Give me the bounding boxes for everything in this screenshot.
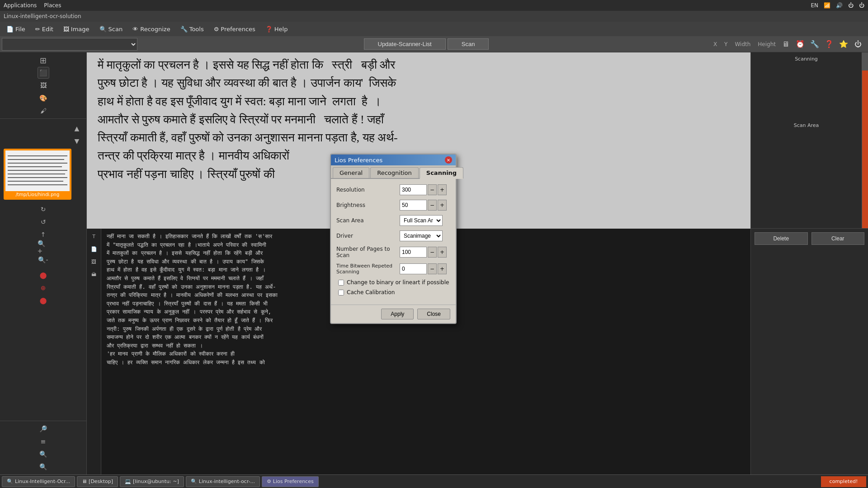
zoom-out-btn[interactable]: 🔍 xyxy=(38,448,49,460)
time-between-label: Time Bitween Repeted Scanning xyxy=(336,263,400,275)
scanner-bar: Update-Scanner-List Scan X Y Width Heigh… xyxy=(0,36,868,52)
height-label: Height xyxy=(758,41,776,47)
text-icon[interactable]: T xyxy=(88,230,100,242)
zoom-out-btn2[interactable]: 🔍- xyxy=(38,254,49,266)
red-tool1[interactable]: ⬤ xyxy=(38,269,49,281)
arrow-down[interactable]: ▼ xyxy=(71,135,83,147)
num-pages-input[interactable] xyxy=(400,247,427,258)
time-between-plus[interactable]: + xyxy=(438,263,447,274)
menu-bar: 📄 File ✏️ Edit 🖼 Image 🔍 Scan 👁 Recogniz… xyxy=(0,22,868,36)
binary-checkbox[interactable] xyxy=(338,280,344,286)
help2-icon[interactable]: ❓ xyxy=(823,38,835,51)
taskbar-item-lios[interactable]: 🔍 Linux-Intelligent-Ocr... xyxy=(2,476,75,487)
landscape-icon[interactable]: 🏔 xyxy=(88,268,100,280)
preferences-dialog: Lios Preferences ✕ General Recognition S… xyxy=(330,154,457,324)
zoom-fit-btn[interactable]: 🔍 xyxy=(38,461,49,473)
apply-button[interactable]: Apply xyxy=(381,309,414,319)
num-pages-minus[interactable]: − xyxy=(428,247,437,258)
num-pages-plus[interactable]: + xyxy=(438,247,447,258)
brightness-input[interactable] xyxy=(400,200,427,211)
menu-edit[interactable]: ✏️ Edit xyxy=(31,24,58,34)
resolution-minus[interactable]: − xyxy=(428,184,437,195)
menu-tools[interactable]: 🔧 Tools xyxy=(176,24,208,34)
time-between-input[interactable] xyxy=(400,263,427,274)
color-button[interactable]: 🎨 xyxy=(38,92,49,104)
power2-icon[interactable]: ⏻ xyxy=(852,38,864,51)
brush-button[interactable]: 🖌 xyxy=(38,105,49,117)
places-menu[interactable]: Places xyxy=(44,2,61,9)
rotate-right-btn[interactable]: ↻ xyxy=(38,203,49,215)
monitor-icon[interactable]: 🖥 xyxy=(779,38,792,51)
menu-recognize[interactable]: 👁 Recognize xyxy=(128,24,175,34)
ocr-line-16: चाहिए । हर व्यक्ति समान नागरिक अधिकार ले… xyxy=(107,358,745,367)
menu-scan[interactable]: 🔍 Scan xyxy=(95,24,127,34)
right-panel: Scanning Scan Area Delete Clear xyxy=(750,52,868,474)
scan-button-top[interactable]: Scan xyxy=(448,38,489,50)
red-tool2[interactable]: ⊕ xyxy=(38,282,49,294)
zoom-in-btn2[interactable]: 🔍+ xyxy=(38,241,49,253)
resolution-label: Resolution xyxy=(336,187,400,193)
scan-area-label: Scan Area xyxy=(336,217,400,224)
arrow-up[interactable]: ▲ xyxy=(71,122,83,134)
prefs-taskbar-icon: ⚙ xyxy=(267,479,271,484)
taskbar-item-lios2[interactable]: 🔍 Linux-intelligent-ocr-... xyxy=(186,476,260,487)
scanner-dropdown[interactable] xyxy=(2,38,137,51)
photo-icon[interactable]: 🖼 xyxy=(88,256,100,267)
ocr-button[interactable]: ⊞ xyxy=(38,54,49,66)
taskbar-item-desktop[interactable]: 🖥 [Desktop] xyxy=(77,476,118,487)
cache-checkbox[interactable] xyxy=(338,290,344,296)
clear-button[interactable]: Clear xyxy=(811,232,865,245)
brightness-control: − + xyxy=(400,200,450,211)
close-dialog-button[interactable]: Close xyxy=(417,309,450,319)
image2-button[interactable]: 🖼 xyxy=(38,80,49,91)
tab-general[interactable]: General xyxy=(333,167,369,178)
menu-file[interactable]: 📄 File xyxy=(2,24,30,34)
taskbar-item-terminal[interactable]: 💻 [linux@ubuntu: ~] xyxy=(120,476,184,487)
ocr-line-13: समाजन्य होने पर दो शरीर एक आत्मा बनकर क्… xyxy=(107,333,745,342)
left-sidebar: ⊞ ⬛ 🖼 🎨 🖌 ▲ ▼ xyxy=(0,52,87,474)
scanning-label: Scanning xyxy=(755,56,858,62)
taskbar-item-prefs[interactable]: ⚙ Lios Preferences xyxy=(262,476,319,487)
system-bar-right: EN 📶 🔊 ⏻ ⏻ xyxy=(811,2,864,9)
scan-area-select[interactable]: Full Scan Area xyxy=(400,215,443,226)
driver-row: Driver Scanimage xyxy=(336,230,450,241)
thumbnail[interactable]: /tmp/Lios/hindi.png xyxy=(4,149,71,200)
tab-recognition[interactable]: Recognition xyxy=(370,167,419,178)
zoom-in-btn[interactable]: 🔎 xyxy=(38,423,49,435)
help-icon: ❓ xyxy=(265,26,273,33)
applications-menu[interactable]: Applications xyxy=(4,2,37,9)
cache-label: Cache Calibration xyxy=(347,289,395,296)
red-tool3[interactable]: ⬤ xyxy=(38,295,49,306)
resolution-input[interactable] xyxy=(400,184,427,195)
rotate-left-btn[interactable]: ↺ xyxy=(38,216,49,228)
power-icon[interactable]: ⏻ xyxy=(859,2,864,9)
share-btn[interactable]: ↑ xyxy=(38,229,49,240)
lios-taskbar-icon: 🔍 xyxy=(7,479,13,484)
tab-scanning[interactable]: Scanning xyxy=(420,167,463,179)
resolution-plus[interactable]: + xyxy=(438,184,447,195)
scroll-thumb[interactable] xyxy=(862,70,868,228)
star-icon[interactable]: ⭐ xyxy=(837,38,850,51)
delete-button[interactable]: Delete xyxy=(755,232,808,245)
keyboard-indicator: EN xyxy=(811,2,818,9)
driver-select[interactable]: Scanimage xyxy=(400,230,443,241)
dialog-close-button[interactable]: ✕ xyxy=(445,156,452,164)
time-between-minus[interactable]: − xyxy=(428,263,437,274)
page-icon[interactable]: 📄 xyxy=(88,243,100,255)
menu-image[interactable]: 🖼 Image xyxy=(59,24,94,34)
update-scanner-list-button[interactable]: Update-Scanner-List xyxy=(364,38,446,50)
brightness-plus[interactable]: + xyxy=(438,200,447,211)
clock2-icon[interactable]: ⏰ xyxy=(794,38,807,51)
thumb-image xyxy=(5,150,70,191)
menu-help[interactable]: ❓ Help xyxy=(261,24,292,34)
system-bar: Applications Places EN 📶 🔊 ⏻ ⏻ xyxy=(0,0,868,11)
thumbnail-area: ▲ ▼ xyxy=(0,119,86,421)
hindi-line-5: स्त्रियाँ कमाती हैं, वहाँ पुरुषों को उनक… xyxy=(98,129,740,147)
black-button[interactable]: ⬛ xyxy=(38,67,49,79)
scan-btn-area: Update-Scanner-List Scan xyxy=(139,38,713,50)
hindi-line-2: पुरुष छोटा है । यह सुविधा और व्यवस्था की… xyxy=(98,74,740,92)
main-scrollbar[interactable] xyxy=(862,52,868,228)
brightness-minus[interactable]: − xyxy=(428,200,437,211)
menu-preferences[interactable]: ⚙ Preferences xyxy=(209,24,260,34)
wrench-icon[interactable]: 🔧 xyxy=(808,38,821,51)
